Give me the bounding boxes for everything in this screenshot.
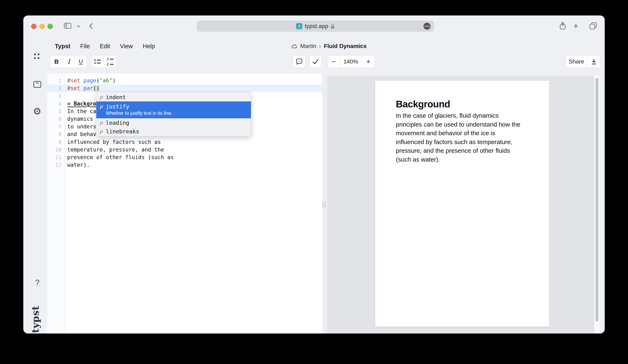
token-tx: presence of other fluids (such as [67,154,174,160]
autocomplete-description: Whether to justify text in its line. [106,110,248,116]
token-pu: ) [112,77,116,84]
autocomplete-dropdown: pindentpjustifyWhether to justify text i… [96,92,251,137]
chevron-down-icon[interactable] [77,25,80,28]
browser-window: t typst.app + TypstF [23,15,605,334]
code-text: #set par() [65,84,100,92]
code-text: influenced by factors such as [65,138,161,146]
token-fn: par [83,85,93,91]
typst-favicon: t [296,23,302,29]
autocomplete-label: justify [106,103,129,110]
autocomplete-item-justify[interactable]: pjustifyWhether to justify text in its l… [96,101,251,118]
code-text: #set page("a6") [65,77,116,84]
url-text: typst.app [305,23,328,29]
share-page-icon[interactable] [559,22,566,30]
zoom-in-button[interactable]: + [362,56,375,68]
token-hl: () [93,85,99,91]
token-kw: #set [67,85,80,91]
line-number: 10 [47,146,65,153]
menu-view[interactable]: View [120,43,133,50]
token-tx [80,77,83,84]
zoom-level-value[interactable]: 140% [340,56,362,68]
document-paragraph: In the case of glaciers, fluid dynamicsp… [396,111,529,164]
bold-button[interactable]: B [51,56,63,68]
list-group: 1 2 [91,55,116,68]
code-text [65,92,67,100]
breadcrumb[interactable]: Martin › Fluid Dynamics [291,42,367,51]
line-number: 9 [47,138,65,146]
window-minimize-button[interactable] [40,24,45,29]
line-number: 11 [47,153,65,161]
numbered-list-button[interactable]: 1 2 [104,56,116,68]
token-tx: influenced by factors such as [67,139,161,145]
page-settings-icon[interactable] [423,23,430,30]
app-grid-icon[interactable] [34,54,39,59]
code-line[interactable]: 1#set page("a6") [47,77,322,84]
line-number: 3 [47,92,65,100]
breadcrumb-document-title: Fluid Dynamics [324,43,367,50]
token-tx [80,85,83,91]
menu-edit[interactable]: Edit [100,43,110,50]
menu-typst[interactable]: Typst [55,43,70,50]
settings-gear-icon[interactable]: ⚙ [32,107,43,116]
window-close-button[interactable] [31,24,36,29]
text-style-group: B I U [50,55,87,68]
document-page: Background In the case of glaciers, flui… [375,81,549,327]
bullet-list-button[interactable] [91,56,104,68]
line-number: 4 [47,100,65,108]
token-pu: ( [96,77,100,84]
code-line[interactable]: 11presence of other fluids (such as [47,153,322,161]
files-tray-icon[interactable] [33,81,41,88]
menu-file[interactable]: File [80,43,90,50]
param-kind-icon: p [100,94,103,100]
download-button[interactable] [587,56,600,68]
zoom-control-group: − 140% + [327,55,375,68]
param-kind-icon: p [100,129,103,134]
autocomplete-item-leading[interactable]: pleading [96,118,251,127]
back-arrow-icon[interactable] [89,23,93,29]
typst-logo: typst [30,301,41,334]
share-button[interactable]: Share [566,56,587,68]
param-kind-icon: p [100,120,103,125]
italic-button[interactable]: I [63,56,75,68]
line-number: 1 [47,77,65,84]
download-icon [591,59,597,65]
line-number: 8 [47,131,65,138]
checkmark-icon [310,56,321,68]
zoom-out-button[interactable]: − [328,56,340,68]
screen: t typst.app + TypstF [0,0,628,364]
sidebar-toggle-icon[interactable] [64,23,71,29]
preview-scrollbar-thumb[interactable] [595,78,599,322]
breadcrumb-workspace[interactable]: Martin [300,43,316,50]
autocomplete-label: linebreaks [106,128,139,135]
menu-help[interactable]: Help [143,43,155,50]
code-line[interactable]: 10temperature, pressure, and the [47,146,322,153]
autocomplete-item-linebreaks[interactable]: plinebreaks [96,127,251,136]
code-text: temperature, pressure, and the [65,146,164,153]
new-tab-icon[interactable]: + [573,21,578,31]
token-kw: #set [67,77,80,84]
line-number: 12 [47,161,65,169]
help-icon[interactable]: ? [34,278,41,287]
underline-button[interactable]: U [75,56,87,68]
document-heading: Background [396,99,529,109]
window-zoom-button[interactable] [47,24,53,29]
autocomplete-item-indent[interactable]: pindent [96,93,251,101]
comment-button[interactable] [293,55,306,68]
code-text: presence of other fluids (such as [65,153,174,161]
code-line[interactable]: 12water). [47,161,322,169]
autocomplete-label: leading [106,120,129,126]
param-kind-icon: p [100,104,103,109]
app-menubar: TypstFileEditViewHelp [55,42,155,51]
drag-handle-icon[interactable] [322,202,325,207]
token-tx: temperature, pressure, and the [67,146,164,153]
token-tx: water). [67,162,90,168]
code-line[interactable]: 9influenced by factors such as [47,138,322,146]
line-number: 2 [47,84,65,92]
code-line[interactable]: 2#set par() [47,84,322,92]
approve-button[interactable] [309,55,322,68]
address-bar[interactable]: t typst.app [197,21,434,32]
line-number: 6 [47,115,65,123]
breadcrumb-separator-icon: › [319,43,321,50]
preview-pane: Background In the case of glaciers, flui… [327,76,600,334]
tab-overview-icon[interactable] [589,22,597,29]
